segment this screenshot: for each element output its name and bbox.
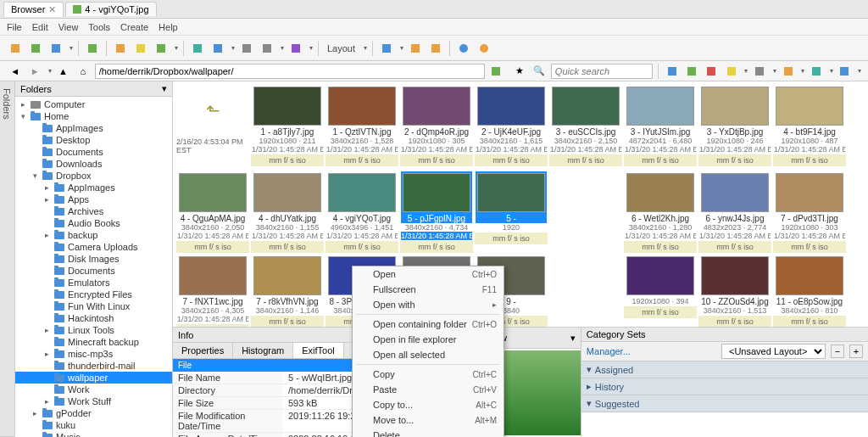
- tree-item[interactable]: Downloads: [15, 158, 172, 170]
- tree-item[interactable]: ▸AppImages: [15, 182, 172, 193]
- tree-toggle-icon[interactable]: ▸: [42, 183, 51, 192]
- help-icon[interactable]: [476, 40, 492, 57]
- select-icon[interactable]: [189, 40, 206, 57]
- panel-options-icon[interactable]: ▾: [162, 83, 167, 94]
- tree-item[interactable]: ▾Home: [15, 110, 172, 122]
- thumbnail[interactable]: 6 - Wetl2Kh.jpg 3840x2160 · 1,280 1/31/2…: [624, 171, 697, 253]
- info-tab-exiftool[interactable]: ExifTool: [293, 343, 344, 358]
- context-fullscreen[interactable]: FullscreenF11: [353, 282, 504, 297]
- globe-icon[interactable]: [455, 40, 472, 57]
- tree-item[interactable]: Archives: [15, 205, 172, 217]
- tag-yellow-icon[interactable]: [723, 63, 739, 80]
- go-icon[interactable]: [488, 63, 504, 80]
- tree-item[interactable]: wallpaper: [15, 372, 172, 384]
- pin-icon[interactable]: [664, 63, 680, 80]
- layout-label[interactable]: Layout: [327, 43, 355, 53]
- search-input[interactable]: [551, 64, 653, 79]
- save-icon[interactable]: [47, 40, 64, 57]
- thumbnail[interactable]: 2 - dQmp4oR.jpg 1920x1080 · 305 1/31/20 …: [400, 85, 473, 170]
- thumbnail[interactable]: 1 - QztIVTN.jpg 3840x2160 · 1,528 1/31/2…: [326, 85, 398, 170]
- context-move-to[interactable]: Move to...Alt+M: [353, 412, 504, 428]
- context-open[interactable]: OpenCtrl+O: [353, 266, 504, 282]
- filter-icon[interactable]: [287, 40, 304, 57]
- category-group-history[interactable]: ▸History: [581, 378, 868, 395]
- zoom-icon[interactable]: [378, 40, 395, 57]
- thumbnail[interactable]: 1920x1080 · 394 mm f/ s iso: [624, 255, 697, 327]
- menu-tools[interactable]: Tools: [88, 22, 110, 32]
- tree-item[interactable]: Desktop: [15, 134, 172, 146]
- tree-toggle-icon[interactable]: ▸: [42, 397, 51, 406]
- thumbnail[interactable]: 5 - pJFgpIN.jpg 3840x2160 · 4,734 1/31/2…: [400, 171, 473, 253]
- tab-browser[interactable]: Browser ✕: [3, 2, 64, 17]
- paste-icon[interactable]: [153, 40, 170, 57]
- copy-icon[interactable]: [132, 40, 149, 57]
- up-icon[interactable]: ▲: [55, 63, 71, 80]
- tree-item[interactable]: ▸Computer: [15, 98, 172, 110]
- tree-item[interactable]: ▸misc-mp3s: [15, 348, 172, 360]
- color-icon[interactable]: [808, 63, 824, 80]
- flag-green-icon[interactable]: [683, 63, 699, 80]
- star-icon[interactable]: [837, 63, 853, 80]
- tree-item[interactable]: Work: [15, 384, 172, 395]
- thumbnail[interactable]: 10 - ZZOuSd4.jpg 3840x2160 · 1,513 mm f/…: [698, 255, 771, 327]
- thumbnail[interactable]: 3 - euSCCIs.jpg 3840x2160 · 2,150 1/31/2…: [549, 85, 622, 170]
- category-group-suggested[interactable]: ▾Suggested: [581, 395, 868, 412]
- category-manager[interactable]: Manager...: [587, 346, 631, 356]
- context-delete[interactable]: Delete: [353, 428, 504, 437]
- tree-toggle-icon[interactable]: ▸: [19, 100, 27, 109]
- tree-item[interactable]: ▸Apps: [15, 193, 172, 205]
- category-group-assigned[interactable]: ▾Assigned: [581, 361, 868, 378]
- thumbnail[interactable]: 6 - ynwJ4Js.jpg 4832x2023 · 2,774 1/31/2…: [698, 171, 771, 253]
- tab-image[interactable]: 4 - vgiYQoT.jpg: [65, 2, 156, 16]
- menu-create[interactable]: Create: [120, 22, 148, 32]
- tree-toggle-icon[interactable]: ▾: [31, 171, 39, 180]
- thumbnail[interactable]: 5 - 1920 mm f/ s iso: [475, 171, 548, 253]
- category-remove-button[interactable]: −: [831, 345, 844, 358]
- tree-item[interactable]: Hackintosh: [15, 312, 172, 324]
- tree-item[interactable]: Camera Uploads: [15, 241, 172, 253]
- tree-item[interactable]: Disk Images: [15, 253, 172, 265]
- tree-item[interactable]: Fun With Linux: [15, 300, 172, 312]
- thumbnail[interactable]: 4 - bt9F14.jpg 1920x1080 · 487 1/31/20 1…: [773, 85, 846, 170]
- category-layout-select[interactable]: <Unsaved Layout>: [721, 344, 826, 359]
- tree-item[interactable]: Music: [15, 431, 172, 437]
- thumbnail[interactable]: 2 - UjK4eUF.jpg 3840x2160 · 1,615 1/31/2…: [475, 85, 548, 170]
- menu-file[interactable]: File: [7, 22, 22, 32]
- tree-item[interactable]: Encrypted Files: [15, 289, 172, 300]
- tree-item[interactable]: ▸Linux Tools: [15, 324, 172, 336]
- sort-icon[interactable]: [259, 40, 275, 57]
- info-tab-histogram[interactable]: Histogram: [233, 343, 293, 358]
- tree-toggle-icon[interactable]: ▾: [19, 112, 27, 120]
- cut-icon[interactable]: [112, 40, 129, 57]
- rotate-right-icon[interactable]: [427, 40, 444, 57]
- back-icon[interactable]: ◄: [7, 63, 23, 80]
- context-paste[interactable]: PasteCtrl+V: [353, 382, 504, 397]
- clip-icon[interactable]: [751, 63, 767, 80]
- open-icon[interactable]: [27, 40, 44, 57]
- favorite-icon[interactable]: ★: [511, 63, 527, 80]
- context-open-all-selected[interactable]: Open all selected: [353, 347, 504, 362]
- grid-icon[interactable]: [238, 40, 255, 57]
- menu-help[interactable]: Help: [159, 22, 178, 32]
- home-icon[interactable]: ⌂: [75, 63, 91, 80]
- thumbnail[interactable]: 4 - QguApMA.jpg 3840x2160 · 2,050 1/31/2…: [176, 171, 249, 253]
- tree-item[interactable]: Emulators: [15, 277, 172, 289]
- thumbnail[interactable]: 11 - oE8pSow.jpg 3840x2160 · 810 mm f/ s…: [773, 255, 846, 327]
- tree-toggle-icon[interactable]: ▸: [31, 409, 39, 417]
- rotate-left-icon[interactable]: [407, 40, 424, 57]
- flag-red-icon[interactable]: [704, 63, 720, 80]
- tree-item[interactable]: AppImages: [15, 122, 172, 134]
- new-icon[interactable]: [7, 40, 24, 57]
- info-tab-properties[interactable]: Properties: [173, 343, 233, 358]
- thumbnail[interactable]: 3 - IYutJSIm.jpg 4872x2041 · 6,480 1/31/…: [624, 85, 697, 170]
- search-icon[interactable]: 🔍: [531, 63, 547, 80]
- tree-toggle-icon[interactable]: ▸: [42, 231, 51, 239]
- forward-icon[interactable]: ►: [26, 63, 42, 80]
- tree-item[interactable]: ▸gPodder: [15, 407, 172, 419]
- bolt-icon[interactable]: [780, 63, 796, 80]
- thumbnail[interactable]: 4 - dhUYatk.jpg 3840x2160 · 1,155 1/31/2…: [251, 171, 324, 253]
- tree-item[interactable]: Documents: [15, 265, 172, 277]
- context-open-with[interactable]: Open with▸: [353, 297, 504, 312]
- side-tab-folders[interactable]: Folders: [0, 81, 14, 437]
- tree-item[interactable]: kuku: [15, 419, 172, 431]
